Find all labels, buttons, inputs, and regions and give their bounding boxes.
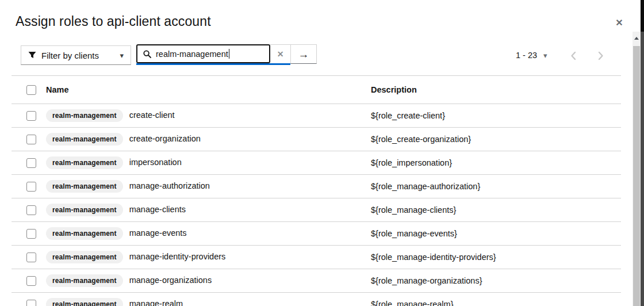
- scroll-up-arrow-icon: [634, 37, 639, 40]
- filter-by-clients-dropdown[interactable]: Filter by clients ▾: [21, 45, 131, 65]
- filter-label: Filter by clients: [41, 51, 99, 60]
- role-description: ${role_manage-organizations}: [371, 269, 621, 293]
- table-row: realm-management manage-realm ${role_man…: [12, 293, 621, 306]
- table-row: realm-management manage-identity-provide…: [12, 246, 621, 269]
- row-checkbox[interactable]: [26, 253, 36, 262]
- row-checkbox[interactable]: [26, 205, 36, 215]
- search-focus-underline: [136, 63, 290, 65]
- client-badge: realm-management: [46, 251, 123, 263]
- filter-icon: [28, 51, 36, 59]
- row-checkbox[interactable]: [26, 135, 36, 144]
- client-badge: realm-management: [46, 133, 123, 146]
- close-modal-button[interactable]: ✕: [611, 15, 628, 31]
- pagination-menu-toggle[interactable]: 1 - 23 ▾: [516, 48, 547, 62]
- search-input[interactable]: realm-management: [136, 44, 270, 63]
- table-row: realm-management impersonation ${role_im…: [12, 151, 621, 175]
- role-name: create-client: [129, 110, 175, 120]
- role-name: manage-events: [129, 228, 187, 238]
- table-row: realm-management manage-events ${role_ma…: [12, 222, 621, 246]
- role-description: ${role_impersonation}: [371, 151, 621, 175]
- client-badge: realm-management: [46, 227, 123, 240]
- search-icon: [143, 50, 151, 58]
- role-description: ${role_manage-realm}: [371, 293, 621, 306]
- client-badge: realm-management: [46, 156, 123, 169]
- table-row: realm-management manage-clients ${role_m…: [12, 198, 621, 222]
- row-checkbox[interactable]: [26, 182, 36, 192]
- chevron-down-icon: ▾: [120, 52, 124, 59]
- row-checkbox[interactable]: [26, 158, 36, 168]
- role-name: manage-authorization: [129, 181, 210, 190]
- role-name: impersonation: [129, 158, 182, 167]
- role-name: manage-identity-providers: [129, 252, 226, 261]
- table-header-row: Name Description: [12, 76, 621, 104]
- role-description: ${role_manage-events}: [371, 222, 621, 246]
- role-description: ${role_create-organization}: [371, 128, 621, 151]
- text-caret: [229, 49, 229, 59]
- roles-table-body: realm-management create-client ${role_cr…: [12, 104, 621, 306]
- chevron-down-icon: ▾: [543, 52, 547, 59]
- role-name: manage-realm: [129, 299, 183, 306]
- row-checkbox[interactable]: [26, 276, 36, 286]
- role-name: manage-clients: [129, 205, 186, 214]
- scroll-up-button[interactable]: [632, 32, 641, 44]
- table-row: realm-management create-client ${role_cr…: [12, 104, 621, 128]
- table-row: realm-management manage-authorization ${…: [12, 175, 621, 198]
- row-checkbox[interactable]: [26, 229, 36, 239]
- close-icon: ✕: [615, 18, 623, 28]
- chevron-right-icon: [598, 51, 604, 60]
- scrollbar-thumb[interactable]: [633, 46, 640, 306]
- modal-title: Assign roles to api-client account: [16, 14, 211, 29]
- table-row: realm-management create-organization ${r…: [12, 128, 621, 151]
- client-badge: realm-management: [46, 109, 123, 122]
- client-badge: realm-management: [46, 204, 123, 216]
- next-page-button[interactable]: [591, 47, 611, 64]
- assign-roles-modal: Assign roles to api-client account ✕ Fil…: [0, 0, 641, 306]
- modal-backdrop-top: [641, 0, 644, 32]
- client-badge: realm-management: [46, 180, 123, 193]
- modal-backdrop: [641, 0, 644, 306]
- table-row: realm-management manage-organizations ${…: [12, 269, 621, 293]
- search-submit-button[interactable]: →: [290, 44, 317, 64]
- role-description: ${role_manage-clients}: [371, 198, 621, 222]
- row-checkbox[interactable]: [26, 111, 36, 121]
- modal-scrollbar[interactable]: [632, 32, 641, 306]
- arrow-right-icon: →: [298, 49, 309, 60]
- clear-icon: ✕: [277, 50, 284, 58]
- role-name: manage-organizations: [129, 276, 212, 285]
- client-badge: realm-management: [46, 298, 123, 306]
- previous-page-button[interactable]: [563, 47, 584, 64]
- roles-table: Name Description realm-management create…: [12, 75, 621, 306]
- column-header-description: Description: [371, 76, 621, 104]
- column-header-name: Name: [37, 76, 371, 104]
- role-description: ${role_manage-authorization}: [371, 175, 621, 198]
- role-description: ${role_create-client}: [371, 104, 621, 128]
- role-name: create-organization: [129, 134, 201, 143]
- pagination-range: 1 - 23: [516, 51, 537, 60]
- select-all-checkbox[interactable]: [26, 85, 36, 95]
- client-badge: realm-management: [46, 274, 123, 287]
- chevron-left-icon: [570, 51, 576, 60]
- search-input-value: realm-management: [156, 49, 228, 59]
- row-checkbox[interactable]: [26, 300, 36, 306]
- clear-search-button[interactable]: ✕: [270, 44, 290, 63]
- role-description: ${role_manage-identity-providers}: [371, 246, 621, 269]
